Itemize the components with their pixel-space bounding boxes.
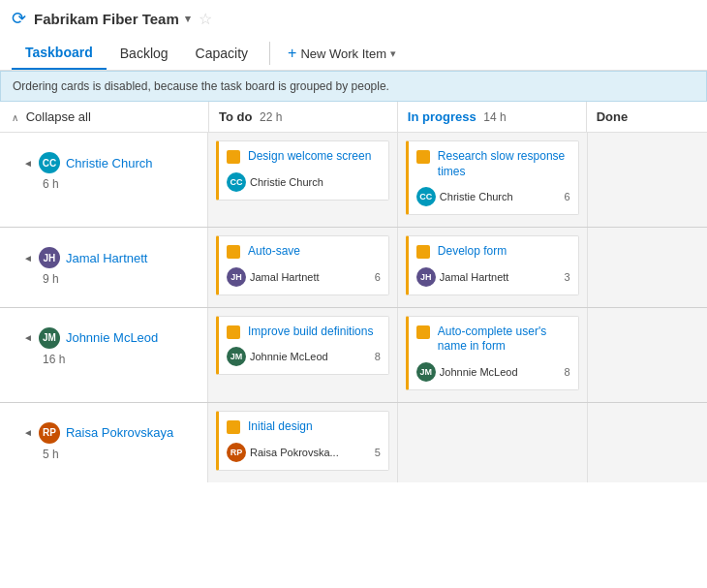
tab-taskboard[interactable]: Taskboard [12,37,107,70]
task-type-icon [227,150,240,164]
person-name-jamal[interactable]: Jamal Hartnett [66,251,148,265]
person-tasks-jamal: Auto-save JH Jamal Hartnett 6 [208,228,707,307]
task-title[interactable]: Improve build definitions [248,325,373,340]
christie-inprogress-col: Research slow response times CC Christie… [398,133,588,227]
task-card: Improve build definitions JM Johnnie McL… [216,316,389,376]
christie-todo-col: Design welcome screen CC Christie Church [208,133,398,227]
team-name-label: Fabrikam Fiber Team [34,11,179,27]
person-hours-raisa: 5 h [12,448,196,469]
team-name[interactable]: Fabrikam Fiber Team ▾ [34,11,191,27]
collapse-arrow-jamal[interactable]: ◄ [23,253,33,263]
person-info-christie: ◄ CC Christie Church 6 h [0,133,208,227]
favorite-star-icon[interactable]: ☆ [199,10,212,28]
person-header-jamal: ◄ JH Jamal Hartnett [12,237,196,272]
new-work-item-button[interactable]: + New Work Item ▾ [278,40,406,67]
task-assignee-avatar: JH [227,267,246,287]
board-body: ◄ CC Christie Church 6 h Design welcome … [0,133,707,482]
info-bar: Ordering cards is disabled, because the … [0,71,707,102]
task-type-icon [227,245,240,259]
task-card: Develop form JH Jamal Hartnett 3 [406,235,579,295]
task-hours: 6 [565,191,570,202]
task-title[interactable]: Auto-save [248,244,300,260]
task-assignee-avatar: CC [416,187,436,206]
task-title[interactable]: Research slow response times [438,149,570,179]
task-type-icon [416,245,430,259]
task-type-icon [416,150,430,164]
person-name-johnnie[interactable]: Johnnie McLeod [66,330,158,345]
person-row-raisa: ◄ RP Raisa Pokrovskaya 5 h Initial desig… [0,403,707,482]
task-hours: 8 [375,351,381,362]
task-title[interactable]: Develop form [438,244,507,260]
plus-icon: + [288,45,296,62]
person-hours-christie: 6 h [12,177,196,199]
collapse-all-chevron-icon: ∧ [12,112,18,123]
task-title[interactable]: Initial design [248,419,313,435]
person-hours-jamal: 9 h [12,272,196,294]
task-assignee-name: Jamal Hartnett [440,271,509,283]
nav-divider [269,42,270,65]
person-name-raisa[interactable]: Raisa Pokrovskaya [66,425,173,440]
johnnie-todo-col: Improve build definitions JM Johnnie McL… [208,308,398,402]
avatar-christie: CC [39,152,60,173]
task-type-icon [416,325,430,339]
person-info-raisa: ◄ RP Raisa Pokrovskaya 5 h [0,403,208,482]
avatar-johnnie: JM [39,327,60,349]
johnnie-done-col [588,308,707,402]
task-assignee-name: Christie Church [250,176,323,188]
task-assignee-name: Christie Church [440,191,513,202]
avatar-raisa: RP [39,422,60,444]
person-info-jamal: ◄ JH Jamal Hartnett 9 h [0,228,208,307]
sprint-icon: ⟳ [12,8,26,29]
person-header-raisa: ◄ RP Raisa Pokrovskaya [12,413,196,448]
christie-done-col [588,133,707,227]
done-label: Done [597,109,629,124]
person-tasks-johnnie: Improve build definitions JM Johnnie McL… [208,308,707,402]
person-tasks-christie: Design welcome screen CC Christie Church [208,133,707,227]
jamal-inprogress-col: Develop form JH Jamal Hartnett 3 [398,228,588,307]
person-row-christie: ◄ CC Christie Church 6 h Design welcome … [0,133,707,228]
todo-label: To do [219,109,252,124]
task-card: Design welcome screen CC Christie Church [216,140,389,201]
task-assignee-avatar: JH [416,267,436,287]
task-hours: 3 [565,271,570,283]
nav-bar: Taskboard Backlog Capacity + New Work It… [0,37,707,71]
tab-backlog[interactable]: Backlog [107,38,182,69]
jamal-todo-col: Auto-save JH Jamal Hartnett 6 [208,228,398,307]
tab-capacity[interactable]: Capacity [182,38,261,69]
task-assignee-avatar: CC [227,172,246,192]
person-header-johnnie: ◄ JM Johnnie McLeod [12,318,196,353]
johnnie-inprogress-col: Auto-complete user's name in form JM Joh… [398,308,588,402]
task-card: Initial design RP Raisa Pokrovska... 5 [216,411,389,471]
task-title[interactable]: Auto-complete user's name in form [438,325,570,355]
task-assignee-avatar: JM [416,362,436,382]
person-row-johnnie: ◄ JM Johnnie McLeod 16 h Improve build d… [0,308,707,403]
inprogress-label: In progress [408,109,476,124]
task-hours: 6 [375,271,381,283]
task-assignee-avatar: RP [227,443,246,462]
avatar-jamal: JH [39,247,60,268]
task-type-icon [227,325,240,339]
new-work-item-chevron-icon: ▾ [390,47,396,60]
task-card: Auto-save JH Jamal Hartnett 6 [216,235,389,295]
info-bar-text: Ordering cards is disabled, because the … [13,79,389,93]
person-name-christie[interactable]: Christie Church [66,156,153,170]
task-type-icon [227,420,240,434]
task-title[interactable]: Design welcome screen [248,149,371,165]
task-assignee-name: Jamal Hartnett [250,271,320,283]
person-tasks-raisa: Initial design RP Raisa Pokrovska... 5 [208,403,707,482]
todo-hours: 22 h [260,110,282,124]
raisa-inprogress-col [398,403,588,482]
collapse-arrow-johnnie[interactable]: ◄ [23,332,33,343]
task-assignee-name: Johnnie McLeod [250,351,328,362]
person-hours-johnnie: 16 h [12,353,196,374]
column-header-todo: To do 22 h [208,102,397,132]
task-assignee-name: Raisa Pokrovska... [250,447,339,458]
collapse-arrow-raisa[interactable]: ◄ [23,427,33,438]
person-row-jamal: ◄ JH Jamal Hartnett 9 h Auto-save [0,228,707,308]
task-assignee-name: Johnnie McLeod [440,366,518,378]
collapse-all-label[interactable]: Collapse all [26,109,91,124]
raisa-done-col [588,403,707,482]
team-chevron-icon: ▾ [185,13,191,25]
collapse-arrow-christie[interactable]: ◄ [23,158,33,169]
board-header: ∧ Collapse all To do 22 h In progress 14… [0,102,707,133]
